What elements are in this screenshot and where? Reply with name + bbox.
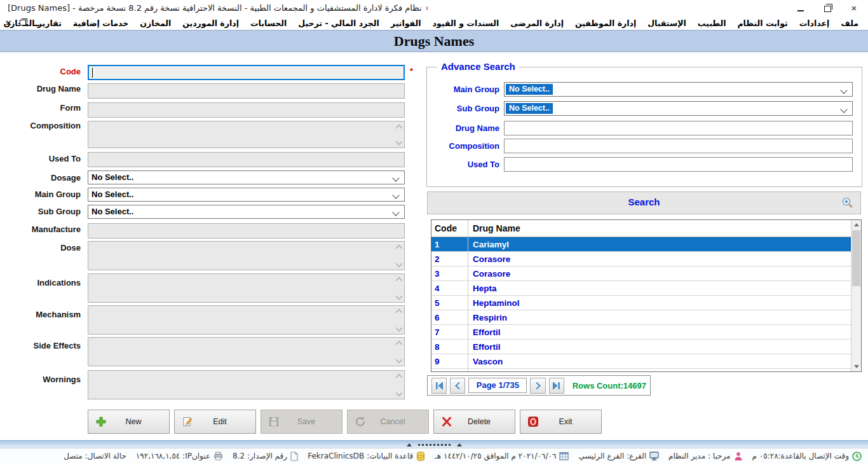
composition-label: Composition <box>0 121 81 130</box>
table-scrollbar[interactable] <box>851 220 861 371</box>
chevron-down-icon <box>392 174 399 181</box>
required-asterisk: * <box>410 66 413 76</box>
chevron-down-icon <box>392 209 399 216</box>
table-row[interactable]: 6Respirin <box>431 310 851 325</box>
table-row[interactable]: 1Cariamyl <box>431 237 851 252</box>
splitter-grip <box>418 444 451 446</box>
table-row[interactable]: 10Vascon <box>431 369 851 372</box>
search-used-to-label: Used To <box>430 160 499 169</box>
clock-icon <box>852 452 862 461</box>
wornings-textarea[interactable] <box>88 370 405 399</box>
menu-vouchers[interactable]: السندات و القيود <box>427 18 505 28</box>
pencil-icon <box>182 416 193 427</box>
status-connection-time: وقت الإتصال بالقاعدة:٠٥:٢٨ م <box>752 452 862 461</box>
dosage-select[interactable]: No Select.. <box>88 170 405 184</box>
status-date: ٢٠٢١/٠٦/٠٦ م الموافق ١٤٤٢/١٠/٢٥ هـ <box>435 452 569 460</box>
mdi-close-button[interactable]: × <box>5 18 12 27</box>
form-input[interactable] <box>88 102 405 118</box>
status-welcome-user: مرحبا : مدير النظام <box>668 452 742 461</box>
table-row[interactable]: 5Heptaminol <box>431 296 851 310</box>
last-page-icon <box>552 381 561 390</box>
close-button[interactable]: × <box>849 3 859 13</box>
table-row[interactable]: 8Effortil <box>431 340 851 354</box>
search-drug-name-label: Drug Name <box>430 123 499 133</box>
menu-system-constants[interactable]: ثوابت النظام <box>731 18 793 28</box>
power-exit-icon <box>527 416 539 427</box>
save-button[interactable]: Save <box>261 410 342 434</box>
table-row[interactable]: 2Corasore <box>431 252 851 266</box>
document-icon <box>290 452 298 461</box>
table-row[interactable]: 3Corasore <box>431 266 851 281</box>
app-logo-icon <box>426 3 428 13</box>
sub-group-select[interactable]: No Select.. <box>88 205 405 219</box>
menu-doctor[interactable]: الطبيب <box>692 18 732 28</box>
dose-label: Dose <box>0 243 81 252</box>
first-page-button[interactable] <box>431 378 447 394</box>
search-drug-name-input[interactable] <box>504 121 853 135</box>
next-page-button[interactable] <box>530 378 545 394</box>
menu-financial-posting[interactable]: الجرد المالي - ترحيل <box>292 18 385 28</box>
table-row[interactable]: 9Vascon <box>431 354 851 369</box>
search-sub-group-label: Sub Group <box>430 104 499 113</box>
new-button[interactable]: New <box>88 410 170 434</box>
table-row[interactable]: 7Effortil <box>431 325 851 340</box>
mdi-restore-button[interactable] <box>20 20 26 25</box>
form-label: Form <box>0 103 81 113</box>
rows-count-label: Rows Count:14697 <box>573 381 646 390</box>
scrollbar-thumb[interactable] <box>852 230 860 286</box>
menu-suppliers[interactable]: إدارة الموردين <box>177 18 245 28</box>
search-button[interactable]: Search <box>427 191 861 214</box>
cancel-button[interactable]: Cancel <box>347 410 429 434</box>
main-group-label: Main Group <box>0 190 81 199</box>
menu-reception[interactable]: الإستقبال <box>642 18 692 28</box>
indications-textarea[interactable] <box>88 273 405 303</box>
used-to-input[interactable] <box>88 152 405 167</box>
database-icon <box>416 452 425 461</box>
chevron-down-icon <box>840 86 847 93</box>
search-composition-input[interactable] <box>504 139 853 153</box>
scroll-up-icon[interactable] <box>851 220 861 230</box>
scroll-down-icon[interactable] <box>851 362 861 371</box>
restore-button[interactable] <box>822 3 832 13</box>
splitter-arrow-icon <box>457 443 462 446</box>
code-input[interactable] <box>88 65 405 80</box>
dose-textarea[interactable] <box>88 241 405 270</box>
search-used-to-input[interactable] <box>504 157 853 172</box>
menu-accounts[interactable]: الحسابات <box>245 18 292 28</box>
chevron-down-icon <box>392 191 399 198</box>
mechanism-textarea[interactable] <box>88 305 405 335</box>
search-main-group-select[interactable]: No Select.. <box>504 82 853 97</box>
exit-button[interactable]: Exit <box>520 410 602 434</box>
menu-extra-services[interactable]: خدمات إضافية <box>67 18 135 28</box>
calendar-icon <box>559 452 569 460</box>
title-bar: نظام فكرة لادارة المستشفيات و المجمعات ا… <box>0 0 868 16</box>
menu-warehouses[interactable]: المخازن <box>134 18 177 28</box>
edit-button[interactable]: Edit <box>174 410 256 434</box>
mdi-minimize-button[interactable] <box>34 25 39 26</box>
code-label: Code <box>0 67 81 76</box>
composition-textarea[interactable] <box>88 121 405 148</box>
previous-page-button[interactable] <box>450 378 465 394</box>
app-window: نظام فكرة لادارة المستشفيات و المجمعات ا… <box>0 0 868 463</box>
code-column-header: Code <box>431 220 468 237</box>
menu-employees[interactable]: إدارة الموظفين <box>569 18 642 28</box>
last-page-button[interactable] <box>549 378 564 394</box>
red-x-icon <box>441 416 452 427</box>
drug-name-input[interactable] <box>88 83 405 99</box>
delete-button[interactable]: Delete <box>433 410 515 434</box>
status-branch: الفرع: الفرع الرئيسي <box>578 452 659 460</box>
side-effects-textarea[interactable] <box>88 337 405 366</box>
side-effects-label: Side Effects <box>0 341 81 350</box>
minimize-button[interactable] <box>796 3 806 13</box>
manufacture-input[interactable] <box>88 223 405 238</box>
drug-name-column-header: Drug Name <box>468 220 851 237</box>
menu-patients[interactable]: إدارة المرضى <box>505 18 569 28</box>
manufacture-label: Manufacture <box>0 225 81 234</box>
mechanism-label: Mechanism <box>0 310 81 319</box>
menu-file[interactable]: ملف <box>835 18 864 28</box>
menu-invoices[interactable]: الفواتير <box>385 18 427 28</box>
table-row[interactable]: 4Hepta <box>431 281 851 296</box>
search-sub-group-select[interactable]: No Select.. <box>504 101 853 116</box>
menu-settings[interactable]: إعدادات <box>794 18 836 28</box>
main-group-select[interactable]: No Select.. <box>88 188 405 202</box>
